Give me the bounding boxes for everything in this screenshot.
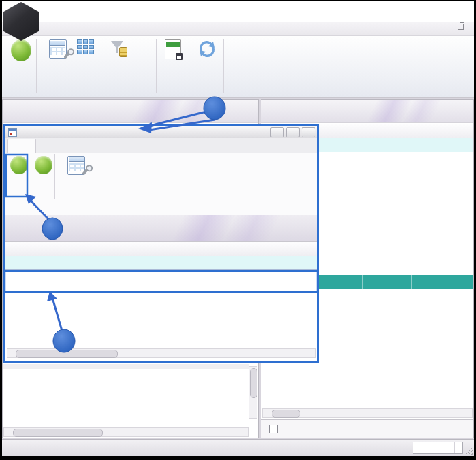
export-button[interactable] <box>159 39 187 64</box>
dialog-form-icon <box>8 128 17 137</box>
left-group-by-area[interactable] <box>3 100 258 123</box>
dialog-back-button[interactable] <box>33 156 54 179</box>
back-icon <box>11 39 31 61</box>
dialog-toolbar <box>5 153 317 203</box>
scrollbar-thumb[interactable] <box>250 368 257 398</box>
back-button[interactable] <box>7 39 35 66</box>
scrollbar-thumb[interactable] <box>16 350 118 358</box>
left-grid-vertical-scrollbar[interactable] <box>249 366 257 419</box>
title-bar <box>2 1 474 22</box>
scrollbar-thumb[interactable] <box>13 429 103 437</box>
scroll-right-icon[interactable] <box>306 349 315 357</box>
ok-button[interactable] <box>9 156 29 179</box>
dialog-group-row <box>5 203 317 216</box>
scroll-left-icon[interactable] <box>5 428 13 436</box>
dialog-minimize-icon[interactable] <box>270 127 284 137</box>
ribbon-restore-icon[interactable] <box>458 24 464 30</box>
filter-enabled-checkbox[interactable] <box>269 425 278 433</box>
right-group-by-area[interactable] <box>261 100 473 123</box>
dialog-group-by-area[interactable] <box>5 215 317 241</box>
scrollbar-thumb[interactable] <box>272 410 300 418</box>
dialog-maximize-icon[interactable] <box>286 127 300 137</box>
contract-type-grid <box>5 241 317 361</box>
dialog-close-icon[interactable] <box>302 127 315 137</box>
status-bar <box>2 439 474 456</box>
ribbon-tab-row <box>2 22 474 36</box>
right-grid-horizontal-scrollbar[interactable] <box>262 408 473 418</box>
dialog-auto-filter-row[interactable] <box>5 256 317 270</box>
resize-grip[interactable] <box>465 447 473 455</box>
dialog-back-icon <box>35 156 52 174</box>
save-filter-button[interactable] <box>101 39 136 62</box>
refresh-icon <box>197 39 217 59</box>
scroll-right-icon[interactable] <box>463 409 471 417</box>
save-layout-icon <box>49 39 67 59</box>
date-field[interactable] <box>413 442 463 454</box>
app-window <box>0 0 476 460</box>
filter-panel <box>261 419 473 438</box>
workspaces-icon <box>77 39 94 54</box>
dialog-tab-strip <box>5 138 317 154</box>
scroll-left-icon[interactable] <box>264 409 272 417</box>
save-layout-button[interactable] <box>39 39 76 63</box>
scroll-right-icon[interactable] <box>239 428 247 436</box>
ok-icon <box>10 156 28 174</box>
refresh-button[interactable] <box>192 39 222 63</box>
dialog-title-bar[interactable] <box>5 126 317 139</box>
ribbon <box>2 36 474 98</box>
save-filter-icon <box>110 39 127 57</box>
grid-row-partial <box>3 364 249 369</box>
left-grid-horizontal-scrollbar[interactable] <box>3 427 249 437</box>
scroll-down-icon[interactable] <box>249 410 257 418</box>
dialog-save-layout-icon <box>67 156 85 175</box>
dialog-tab-home[interactable] <box>7 139 36 153</box>
export-icon <box>165 39 181 59</box>
contract-type-dialog <box>3 124 319 363</box>
dialog-save-layout-button[interactable] <box>57 156 95 180</box>
dialog-horizontal-scrollbar[interactable] <box>7 348 316 358</box>
